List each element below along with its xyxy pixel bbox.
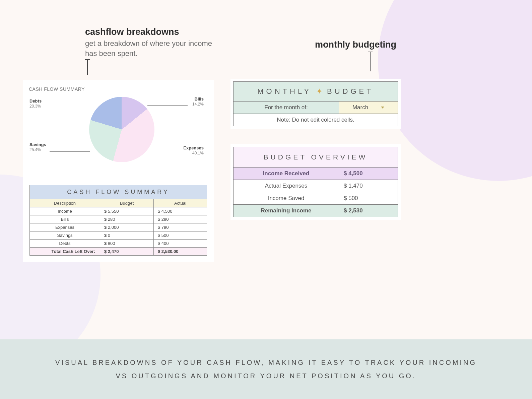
month-value: March	[352, 104, 368, 111]
table-row: Expenses$ 2,000$ 790	[30, 223, 207, 231]
cell-budget: $ 800	[100, 240, 154, 247]
table-header-row: Description Budget Actual	[30, 199, 207, 207]
table-total-row: Total Cash Left Over: $ 2,470 $ 2,530.00	[30, 247, 207, 255]
cell-budget: $ 0	[100, 231, 154, 239]
pie-label-expenses: Expenses40.1%	[183, 145, 204, 155]
total-label: Total Cash Left Over:	[30, 248, 100, 255]
month-label: For the month of:	[234, 102, 339, 114]
cell-actual: $ 790	[154, 223, 207, 231]
cell-desc: Bills	[30, 215, 100, 223]
total-actual: $ 2,530.00	[154, 248, 207, 255]
footer-bar: VISUAL BREAKDOWNS OF YOUR CASH FLOW, MAK…	[0, 339, 532, 399]
monthly-budget-box: MONTHLY ✦ BUDGET For the month of: March…	[233, 81, 398, 126]
month-dropdown[interactable]: March	[339, 102, 398, 114]
cell-budget: $ 280	[100, 215, 154, 223]
pie-label-bills: Bills14.2%	[192, 96, 204, 107]
pointer-cashflow	[87, 60, 88, 75]
table-row: Savings$ 0$ 500	[30, 231, 207, 239]
cell-actual: $ 400	[154, 240, 207, 247]
cell-desc: Income	[30, 207, 100, 215]
pie-graphic	[89, 97, 154, 162]
col-actual: Actual	[154, 199, 207, 207]
sparkle-icon: ✦	[316, 87, 322, 95]
leader-line	[148, 150, 184, 150]
cell-desc: Savings	[30, 231, 100, 239]
cell-desc: Expenses	[30, 223, 100, 231]
monthly-budget-panel: MONTHLY ✦ BUDGET For the month of: March…	[230, 79, 401, 129]
budget-overview-title: BUDGET OVERVIEW	[234, 147, 398, 167]
overview-row: Remaining Income$ 2,530	[234, 204, 398, 217]
chart-title: CASH FLOW SUMMARY	[29, 86, 210, 92]
monthly-budget-note: Note: Do not edit colored cells.	[234, 114, 398, 126]
heading-cashflow: cashflow breakdowns	[85, 27, 179, 37]
footer-text: VISUAL BREAKDOWNS OF YOUR CASH FLOW, MAK…	[50, 356, 482, 383]
col-description: Description	[30, 199, 100, 207]
monthly-budget-title: MONTHLY ✦ BUDGET	[234, 82, 398, 101]
cell-actual: $ 4,500	[154, 207, 207, 215]
cell-budget: $ 5,550	[100, 207, 154, 215]
table-title: CASH FLOW SUMMARY	[30, 185, 207, 199]
cell-actual: $ 500	[154, 231, 207, 239]
overview-label: Income Received	[234, 168, 339, 180]
leader-line	[50, 151, 90, 152]
subheading-cashflow: get a breakdown of where your income has…	[85, 39, 226, 58]
leader-line	[147, 105, 188, 106]
month-select-row: For the month of: March	[234, 101, 398, 114]
cashflow-summary-table: CASH FLOW SUMMARY Description Budget Act…	[29, 185, 207, 256]
budget-overview-panel: BUDGET OVERVIEW Income Received$ 4,500Ac…	[230, 144, 401, 220]
pointer-budgeting	[370, 52, 371, 71]
overview-value: $ 500	[339, 192, 398, 204]
cell-desc: Debts	[30, 240, 100, 247]
overview-value: $ 1,470	[339, 180, 398, 192]
overview-row: Actual Expenses$ 1,470	[234, 180, 398, 192]
budget-overview-box: BUDGET OVERVIEW Income Received$ 4,500Ac…	[233, 147, 398, 217]
overview-label: Income Saved	[234, 192, 339, 204]
total-budget: $ 2,470	[100, 248, 154, 255]
table-row: Income$ 5,550$ 4,500	[30, 207, 207, 215]
cell-budget: $ 2,000	[100, 223, 154, 231]
overview-row: Income Received$ 4,500	[234, 167, 398, 180]
pie-label-savings: Savings25.4%	[29, 142, 46, 152]
overview-row: Income Saved$ 500	[234, 192, 398, 204]
cell-actual: $ 280	[154, 215, 207, 223]
overview-label: Actual Expenses	[234, 180, 339, 192]
table-row: Debts$ 800$ 400	[30, 239, 207, 247]
pie-label-debts: Debts20.3%	[29, 98, 42, 109]
leader-line	[46, 108, 90, 108]
col-budget: Budget	[100, 199, 154, 207]
overview-label: Remaining Income	[234, 205, 339, 217]
pie-chart: Bills14.2% Expenses40.1% Savings25.4% De…	[26, 95, 210, 176]
decor-blob-top-right	[378, 0, 532, 181]
overview-value: $ 4,500	[339, 168, 398, 180]
chevron-down-icon	[381, 107, 384, 109]
cashflow-panel: CASH FLOW SUMMARY Bills14.2% Expenses40.…	[23, 80, 214, 262]
table-row: Bills$ 280$ 280	[30, 215, 207, 223]
heading-budgeting: monthly budgeting	[315, 40, 396, 50]
overview-value: $ 2,530	[339, 205, 398, 217]
